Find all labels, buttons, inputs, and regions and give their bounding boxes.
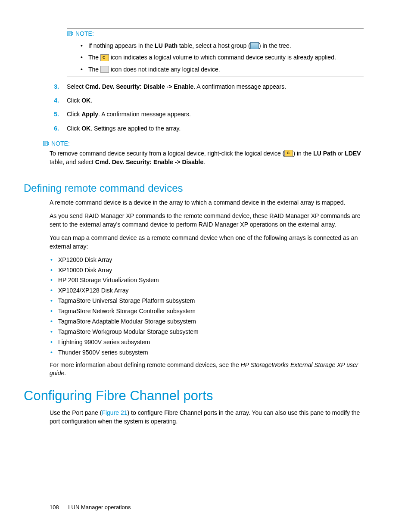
note-box-2: NOTE: To remove command device security … [43,138,364,170]
note-label: NOTE: [67,30,94,37]
note-label: NOTE: [43,140,70,147]
blank-device-icon [100,66,109,73]
page-number: 108 [50,504,59,510]
list-item: Lightning 9900V series subsystem [50,338,364,346]
step: 3. Select Cmd. Dev. Security: Disable ->… [50,82,364,91]
list-item: TagmaStore Universal Storage Platform su… [50,297,364,305]
step: 4. Click OK. [50,96,364,105]
paragraph: For more information about defining remo… [50,361,364,378]
array-list: XP12000 Disk Array XP10000 Disk Array HP… [50,256,364,357]
paragraph: You can map a command device as a remote… [50,234,364,251]
cmd-dev-security-icon [284,150,293,157]
note-bullet: The icon does not indicate any logical d… [81,65,364,74]
step-number: 6. [50,124,59,133]
list-item: XP12000 Disk Array [50,256,364,264]
paragraph: As you send RAID Manager XP commands to … [50,212,364,229]
note-body: To remove command device security from a… [50,149,364,166]
list-item: HP 200 Storage Virtualization System [50,276,364,284]
step-number: 5. [50,110,59,118]
step: 5. Click Apply. A confirmation message a… [50,110,364,118]
list-item: XP1024/XP128 Disk Array [50,286,364,295]
figure-link[interactable]: Figure 21 [102,409,127,416]
paragraph: Use the Port pane (Figure 21) to configu… [50,409,364,426]
note-box-1: NOTE: If nothing appears in the LU Path … [67,28,364,77]
paragraph: A remote command device is a device in t… [50,199,364,207]
divider [67,77,364,77]
list-item: TagmaStore Network Storage Controller su… [50,307,364,315]
footer-title: LUN Manager operations [68,504,131,510]
divider [50,170,364,170]
list-item: Thunder 9500V series subsystem [50,348,364,357]
note-label-text: NOTE: [51,140,70,147]
heading-defining-remote: Defining remote command devices [24,182,364,194]
step: 6. Click OK. Settings are applied to the… [50,124,364,133]
note-bullet: The icon indicates a logical volume to w… [81,53,364,62]
list-item: XP10000 Disk Array [50,266,364,274]
hostgroup-icon [250,42,259,49]
heading-configuring-fibre: Configuring Fibre Channel ports [24,388,364,404]
note-bullet: If nothing appears in the LU Path table,… [81,41,364,50]
step-number: 4. [50,96,59,105]
divider [67,28,364,28]
divider [50,138,364,138]
note-icon [43,140,50,146]
list-item: TagmaStore Adaptable Modular Storage sub… [50,317,364,326]
note-label-text: NOTE: [75,30,94,37]
procedure-steps: 3. Select Cmd. Dev. Security: Disable ->… [50,82,364,133]
page-footer: 108 LUN Manager operations [50,504,131,510]
page: NOTE: If nothing appears in the LU Path … [0,0,411,532]
note-icon [67,31,74,37]
step-number: 3. [50,82,59,91]
cmd-dev-security-icon [100,54,109,61]
note-bullets: If nothing appears in the LU Path table,… [81,41,364,74]
list-item: TagmaStore Workgroup Modular Storage sub… [50,328,364,336]
